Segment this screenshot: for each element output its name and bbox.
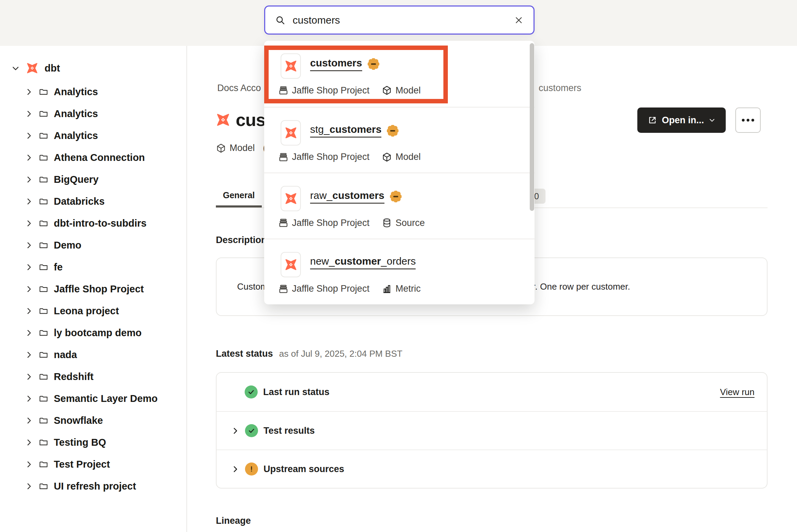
- sidebar-tree-item[interactable]: Semantic Layer Demo: [0, 388, 186, 409]
- result-name-link[interactable]: stg_customers: [310, 124, 381, 138]
- result-name-link[interactable]: new_customer_orders: [310, 255, 416, 269]
- chevron-right-icon[interactable]: [25, 351, 33, 359]
- result-type-label: Source: [395, 218, 425, 228]
- result-type-label: Model: [395, 85, 421, 96]
- sidebar-item-label: BigQuery: [54, 174, 99, 185]
- breadcrumb[interactable]: Docs Acco: [217, 83, 261, 93]
- dbt-logo-icon: [216, 113, 230, 127]
- sidebar-tree-item[interactable]: Analytics: [0, 81, 186, 103]
- sidebar-tree-item[interactable]: Leona project: [0, 300, 186, 322]
- dbt-logo-icon: [26, 62, 38, 74]
- result-resource-tile: [281, 186, 301, 211]
- chevron-right-icon[interactable]: [25, 329, 33, 337]
- chevron-right-icon[interactable]: [25, 460, 33, 469]
- sidebar-tree-item[interactable]: Snowflake: [0, 409, 186, 431]
- sidebar-tree-item[interactable]: Demo: [0, 234, 186, 256]
- folder-icon: [39, 197, 48, 206]
- sidebar-item-label: Analytics: [54, 108, 98, 119]
- sidebar-root-dbt[interactable]: dbt: [0, 57, 186, 79]
- sidebar-tree-item[interactable]: ly bootcamp demo: [0, 322, 186, 344]
- more-actions-button[interactable]: [735, 107, 761, 133]
- search-result-item[interactable]: stg_customers Jaffle Shop Project Model: [264, 107, 535, 173]
- result-project-label: Jaffle Shop Project: [292, 283, 369, 294]
- upstream-sources-row[interactable]: Upstream sources: [217, 449, 767, 488]
- chevron-right-icon[interactable]: [231, 427, 240, 435]
- test-results-row[interactable]: Test results: [217, 411, 767, 449]
- chevron-right-icon[interactable]: [25, 438, 33, 447]
- sidebar-tree-item[interactable]: Analytics: [0, 103, 186, 125]
- folder-icon: [39, 394, 48, 403]
- chevron-right-icon[interactable]: [25, 153, 33, 162]
- latest-status-heading-row: Latest status as of Jul 9, 2025, 2:04 PM…: [216, 349, 402, 359]
- chevron-right-icon[interactable]: [25, 131, 33, 140]
- sidebar-item-label: Redshift: [54, 371, 94, 382]
- result-project-label: Jaffle Shop Project: [292, 85, 369, 96]
- latest-status-timestamp: as of Jul 9, 2025, 2:04 PM BST: [279, 349, 403, 359]
- chevron-right-icon[interactable]: [231, 465, 240, 473]
- chevron-right-icon[interactable]: [25, 372, 33, 381]
- sidebar-tree-item[interactable]: Databricks: [0, 190, 186, 212]
- result-resource-tile: [281, 252, 301, 277]
- sidebar-item-label: Testing BQ: [54, 437, 106, 448]
- sidebar-tree-item[interactable]: Testing BQ: [0, 431, 186, 453]
- latest-status-card: Last run status View run Test results Up…: [216, 372, 768, 489]
- folder-icon: [39, 284, 48, 294]
- open-in-button[interactable]: Open in...: [637, 107, 726, 133]
- search-result-item[interactable]: raw_customers Jaffle Shop Project Source: [264, 173, 535, 239]
- sidebar-tree-item[interactable]: Analytics: [0, 125, 186, 147]
- sidebar-tree-item[interactable]: BigQuery: [0, 168, 186, 190]
- sidebar-tree-item[interactable]: dbt-intro-to-subdirs: [0, 212, 186, 234]
- sidebar-tree-item[interactable]: nada: [0, 344, 186, 366]
- chevron-right-icon[interactable]: [25, 307, 33, 315]
- chevron-right-icon[interactable]: [25, 241, 33, 250]
- result-name-link[interactable]: raw_customers: [310, 190, 384, 204]
- chevron-right-icon[interactable]: [25, 263, 33, 271]
- upstream-sources-label: Upstream sources: [263, 464, 344, 474]
- chevron-right-icon[interactable]: [25, 197, 33, 206]
- sidebar-tree-item[interactable]: Redshift: [0, 366, 186, 388]
- model-cube-icon: [216, 143, 226, 153]
- sidebar-tree-item[interactable]: fe: [0, 256, 186, 278]
- ellipsis-icon: [742, 119, 745, 122]
- chevron-right-icon[interactable]: [25, 175, 33, 184]
- search-result-item[interactable]: new_customer_orders Jaffle Shop Project …: [264, 239, 535, 305]
- success-check-icon: [245, 424, 258, 437]
- sidebar-tree-item[interactable]: UI refresh project: [0, 475, 186, 497]
- chevron-right-icon[interactable]: [25, 482, 33, 491]
- chevron-right-icon[interactable]: [25, 394, 33, 403]
- sidebar-tree-item[interactable]: Athena Connection: [0, 147, 186, 168]
- project-icon: [278, 284, 289, 294]
- dbt-logo-icon: [284, 258, 297, 271]
- chevron-right-icon[interactable]: [25, 110, 33, 118]
- external-link-icon: [648, 115, 657, 125]
- global-search-bar[interactable]: [264, 5, 535, 35]
- view-run-link[interactable]: View run: [720, 387, 755, 397]
- warning-exclamation-icon: [245, 463, 258, 476]
- sidebar-item-label: Jaffle Shop Project: [54, 283, 144, 295]
- dropdown-scrollbar[interactable]: [530, 43, 534, 211]
- last-run-status-row: Last run status View run: [217, 373, 767, 411]
- chevron-right-icon[interactable]: [25, 219, 33, 228]
- sidebar-item-label: Leona project: [54, 305, 119, 317]
- sidebar-item-label: dbt-intro-to-subdirs: [54, 218, 147, 229]
- folder-icon: [39, 240, 48, 250]
- search-result-item[interactable]: customers Jaffle Shop Project Model: [264, 41, 535, 107]
- project-icon: [278, 152, 289, 162]
- tab-general[interactable]: General: [216, 190, 262, 200]
- result-name-link[interactable]: customers: [310, 57, 362, 71]
- lineage-heading: Lineage: [216, 516, 251, 526]
- chevron-right-icon[interactable]: [25, 416, 33, 425]
- health-seal-badge-icon: [368, 58, 379, 70]
- chevron-right-icon[interactable]: [25, 285, 33, 293]
- project-tree-sidebar: dbt Analytics Analytics Analytics Athena…: [0, 46, 187, 532]
- dbt-logo-icon: [284, 192, 297, 205]
- search-input[interactable]: [293, 14, 507, 26]
- resource-type-label: Model: [230, 143, 255, 153]
- sidebar-tree-item[interactable]: Test Project: [0, 453, 186, 475]
- metric-chart-icon: [382, 284, 392, 294]
- chevron-right-icon[interactable]: [25, 88, 33, 96]
- result-project-label: Jaffle Shop Project: [292, 218, 369, 228]
- close-icon[interactable]: [514, 15, 524, 25]
- sidebar-tree-item[interactable]: Jaffle Shop Project: [0, 278, 186, 300]
- chevron-down-icon[interactable]: [11, 64, 20, 73]
